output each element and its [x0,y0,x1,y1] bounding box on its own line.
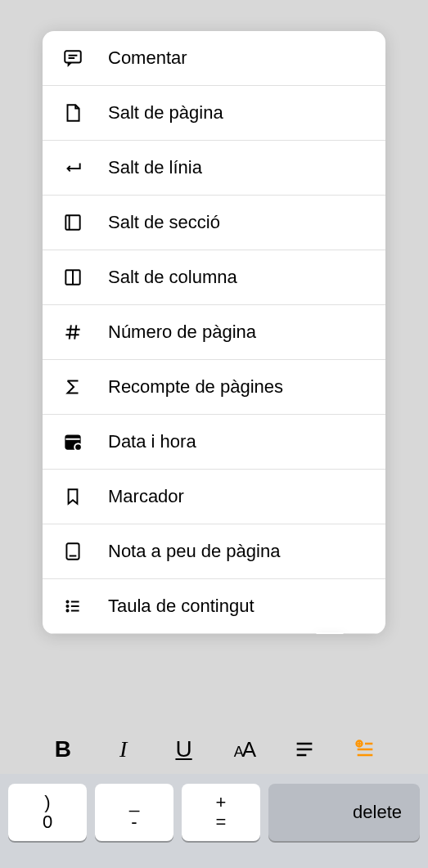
key-bottom: 0 [43,812,52,832]
calendar-icon [61,430,85,454]
hash-icon [61,320,85,344]
menu-item-column-break[interactable]: Salt de columna [43,250,385,305]
insert-button[interactable] [349,733,381,766]
svg-point-6 [66,601,68,603]
italic-label: I [119,736,127,762]
key-delete[interactable]: delete [268,784,420,841]
svg-point-4 [74,443,82,451]
menu-item-page-count[interactable]: Recompte de pàgines [43,360,385,415]
menu-item-comment[interactable]: Comentar [43,31,385,86]
menu-item-label: Nota a peu de pàgina [108,541,280,562]
italic-button[interactable]: I [107,733,140,766]
format-toolbar: B I U AA [0,725,428,774]
menu-item-label: Data i hora [108,431,196,452]
svg-point-8 [66,609,68,611]
align-icon [293,738,316,761]
menu-item-label: Marcador [108,486,184,507]
menu-item-toc[interactable]: Taula de contingut [43,579,385,634]
key-underscore-dash[interactable]: _ - [95,784,173,841]
menu-item-label: Número de pàgina [108,322,256,343]
menu-item-footnote[interactable]: Nota a peu de pàgina [43,524,385,579]
svg-rect-1 [65,215,79,229]
delete-label: delete [353,802,402,823]
return-icon [61,155,85,180]
menu-item-label: Salt de columna [108,267,237,288]
key-bottom: - [131,812,137,832]
footnote-icon [61,539,85,564]
menu-item-page-break[interactable]: Salt de pàgina [43,86,385,141]
textsize-label: AA [234,737,255,762]
menu-item-label: Salt de pàgina [108,102,223,124]
comment-icon [61,46,85,70]
menu-item-page-number[interactable]: Número de pàgina [43,305,385,360]
key-top: + [216,793,227,812]
section-icon [61,210,85,235]
underline-button[interactable]: U [168,733,200,766]
column-icon [61,265,85,290]
page-icon [61,101,85,125]
menu-item-label: Salt de línia [108,157,202,178]
menu-item-label: Taula de contingut [108,596,255,617]
key-top: ) [44,793,50,812]
underline-label: U [175,736,191,762]
menu-item-bookmark[interactable]: Marcador [43,470,385,524]
svg-point-7 [66,605,68,607]
menu-item-label: Recompte de pàgines [108,376,283,398]
keyboard-row: ) 0 _ - + = delete [0,774,428,868]
svg-rect-0 [65,51,81,62]
menu-item-section-break[interactable]: Salt de secció [43,196,385,250]
insert-icon [354,738,376,761]
key-plus-equals[interactable]: + = [182,784,260,841]
menu-item-label: Comentar [108,47,187,69]
bookmark-icon [61,484,85,509]
menu-item-line-break[interactable]: Salt de línia [43,141,385,196]
menu-item-label: Salt de secció [108,212,220,233]
align-button[interactable] [288,733,321,766]
key-bottom: = [216,812,227,832]
bold-button[interactable]: B [47,733,79,766]
textsize-button[interactable]: AA [228,733,260,766]
bold-label: B [55,736,71,762]
list-icon [61,594,85,618]
sigma-icon [61,375,85,399]
svg-rect-5 [66,543,79,560]
insert-menu: Comentar Salt de pàgina Salt de línia Sa… [43,31,385,634]
popover-tail [315,632,345,634]
key-paren-zero[interactable]: ) 0 [8,784,87,841]
menu-item-date-time[interactable]: Data i hora [43,415,385,470]
key-top: _ [129,793,139,812]
